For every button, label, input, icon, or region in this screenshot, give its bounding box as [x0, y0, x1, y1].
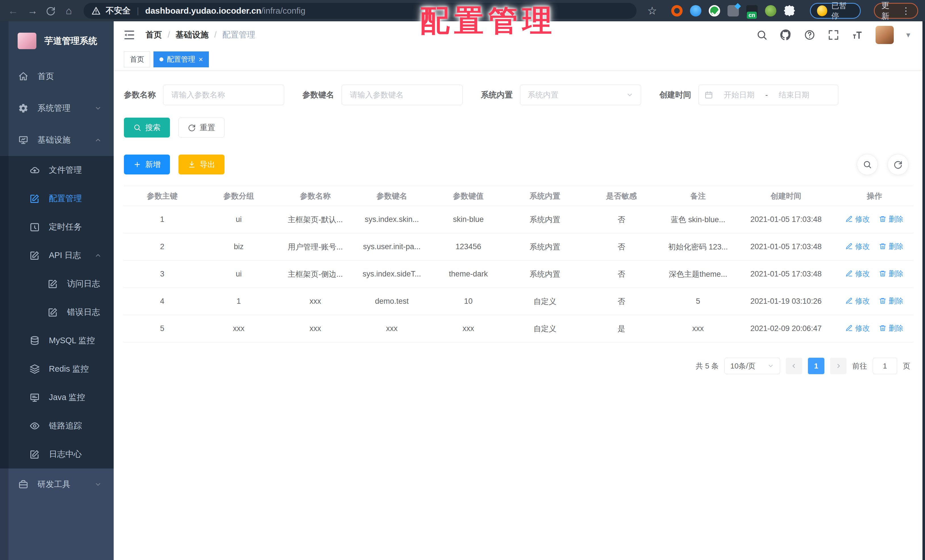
filter-name-label: 参数名称 — [124, 89, 156, 100]
pencil-icon — [845, 297, 853, 304]
sidebar-item-error-log[interactable]: 错误日志 — [0, 298, 114, 327]
sidebar-item-home[interactable]: 首页 — [0, 60, 114, 92]
paused-badge[interactable]: 已暂停 — [810, 3, 861, 19]
extension-leaf-icon[interactable] — [765, 5, 776, 17]
breadcrumb-infra[interactable]: 基础设施 — [176, 29, 209, 41]
next-page-button[interactable] — [830, 358, 847, 374]
delete-link[interactable]: 删除 — [879, 323, 903, 333]
delete-link[interactable]: 删除 — [879, 241, 903, 251]
filter-form: 参数名称 参数键名 系统内置 系统内置 创建时间 — [124, 85, 913, 105]
breadcrumb-home[interactable]: 首页 — [146, 29, 162, 41]
chevron-down-icon — [94, 481, 102, 488]
edit-link[interactable]: 修改 — [845, 214, 870, 224]
fullscreen-icon[interactable] — [828, 29, 839, 41]
sidebar-item-api-log[interactable]: API 日志 — [0, 241, 114, 269]
github-icon[interactable] — [780, 29, 791, 41]
pencil-icon — [845, 242, 853, 250]
add-button[interactable]: 新增 — [124, 155, 170, 175]
delete-link[interactable]: 删除 — [879, 296, 903, 306]
home-menu-icon — [18, 71, 29, 81]
sidebar-item-job[interactable]: 定时任务 — [0, 213, 114, 241]
cell-key: demo.test — [354, 288, 430, 315]
sidebar-item-log-center[interactable]: 日志中心 — [0, 440, 114, 468]
col-key: 参数键名 — [354, 186, 430, 206]
edit-link[interactable]: 修改 — [845, 296, 870, 306]
tab-config[interactable]: 配置管理 × — [154, 51, 209, 67]
browser-update-button[interactable]: 更新 ⋮ — [874, 3, 919, 19]
search-icon[interactable] — [756, 29, 768, 41]
goto-page-input[interactable] — [873, 358, 897, 374]
edit-link[interactable]: 修改 — [845, 323, 870, 333]
reset-button-label: 重置 — [200, 122, 215, 133]
security-label[interactable]: 不安全 — [106, 5, 130, 17]
pencil-icon — [845, 324, 853, 332]
sidebar-item-redis[interactable]: Redis 监控 — [0, 355, 114, 383]
sidebar-submenu-infra: 文件管理 配置管理 定时任务 API 日志 访问日志 — [0, 156, 114, 468]
date-range-picker[interactable]: - — [699, 85, 838, 105]
user-avatar[interactable] — [875, 26, 894, 44]
table-tools — [857, 154, 908, 175]
sidebar-item-config[interactable]: 配置管理 — [0, 184, 114, 213]
bookmark-star-icon[interactable]: ☆ — [647, 5, 657, 17]
extension-orange-icon[interactable] — [671, 5, 682, 17]
edit-link[interactable]: 修改 — [845, 269, 870, 279]
delete-link[interactable]: 删除 — [879, 214, 903, 224]
extension-cn-icon[interactable] — [746, 5, 758, 17]
page-content: 参数名称 参数键名 系统内置 系统内置 创建时间 — [114, 71, 925, 560]
app-logo-row[interactable]: 芋道管理系统 — [0, 21, 114, 60]
date-start-input[interactable] — [715, 90, 764, 99]
sidebar-item-infra[interactable]: 基础设施 — [0, 124, 114, 156]
delete-link[interactable]: 删除 — [879, 269, 903, 279]
sidebar-item-label: Java 监控 — [49, 392, 85, 403]
breadcrumb-current: 配置管理 — [222, 29, 255, 41]
cell-created: 2021-01-05 17:03:48 — [736, 206, 836, 233]
browser-window: ← → ⌂ 不安全 | dashboard.yudao.iocoder.cn/i… — [0, 0, 925, 560]
home-icon[interactable]: ⌂ — [63, 0, 75, 21]
toggle-search-button[interactable] — [857, 154, 878, 175]
sidebar-item-dev-tools[interactable]: 研发工具 — [0, 468, 114, 500]
filter-type-select[interactable]: 系统内置 — [520, 85, 641, 105]
reset-button[interactable]: 重置 — [178, 117, 224, 137]
sidebar-item-file[interactable]: 文件管理 — [0, 156, 114, 184]
filter-key-input[interactable] — [342, 85, 462, 105]
sidebar-item-mysql[interactable]: MySQL 监控 — [0, 327, 114, 355]
export-button[interactable]: 导出 — [178, 155, 224, 175]
sidebar-item-label: 文件管理 — [49, 164, 82, 176]
extension-puzzle-icon[interactable] — [784, 5, 795, 17]
cloud-upload-icon — [30, 165, 40, 175]
avatar-caret-down-icon[interactable]: ▾ — [906, 30, 910, 39]
back-icon[interactable]: ← — [7, 0, 19, 21]
reload-icon[interactable] — [46, 6, 56, 16]
extension-grid-icon[interactable] — [728, 5, 739, 17]
browser-scrollbar[interactable] — [922, 21, 925, 560]
url-text[interactable]: dashboard.yudao.iocoder.cn/infra/config — [145, 6, 306, 16]
edit-square-icon — [48, 307, 58, 318]
close-tab-icon[interactable]: × — [199, 56, 203, 63]
tab-home[interactable]: 首页 — [124, 51, 150, 67]
refresh-icon — [893, 160, 902, 169]
forward-icon[interactable]: → — [26, 0, 39, 21]
current-page-button[interactable]: 1 — [808, 358, 824, 374]
sidebar-item-system[interactable]: 系统管理 — [0, 92, 114, 124]
hamburger-icon[interactable] — [123, 29, 136, 42]
sidebar-item-trace[interactable]: 链路追踪 — [0, 412, 114, 440]
filter-name-input[interactable] — [163, 85, 284, 105]
refresh-table-button[interactable] — [887, 154, 908, 175]
filter-type-label: 系统内置 — [481, 89, 513, 100]
help-icon[interactable] — [804, 29, 815, 41]
search-button[interactable]: 搜索 — [124, 117, 170, 137]
extension-pin-icon[interactable] — [690, 5, 701, 17]
cell-remark: 蓝色 skin-blue... — [660, 206, 736, 233]
prev-page-button[interactable] — [786, 358, 802, 374]
edit-link[interactable]: 修改 — [845, 241, 870, 251]
sidebar-item-label: API 日志 — [49, 250, 81, 261]
font-size-icon[interactable] — [852, 29, 863, 41]
more-vertical-icon[interactable]: ⋮ — [901, 5, 910, 16]
page-size-select[interactable]: 10条/页 — [725, 358, 780, 374]
sidebar-item-access-log[interactable]: 访问日志 — [0, 269, 114, 298]
col-name: 参数名称 — [277, 186, 354, 206]
eye-icon — [30, 421, 40, 431]
extension-check-icon[interactable] — [709, 5, 720, 17]
sidebar-item-java[interactable]: Java 监控 — [0, 383, 114, 412]
date-end-input[interactable] — [770, 90, 818, 99]
